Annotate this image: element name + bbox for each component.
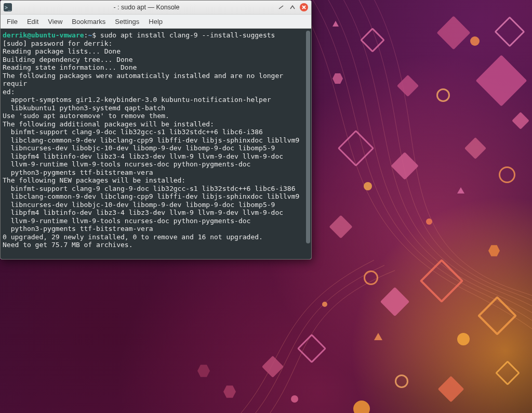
terminal-line: apport-symptoms gir1.2-keybinder-3.0 kub… (3, 96, 308, 104)
terminal-line: binfmt-support clang-9 clang-9-doc lib32… (3, 185, 308, 193)
close-button[interactable] (300, 3, 308, 11)
terminal-line: ed: (3, 88, 308, 96)
maximize-icon (289, 4, 296, 10)
terminal-line: python3-pygments ttf-bitstream-vera (3, 225, 308, 233)
terminal-line: libpfm4 libtinfo-dev libz3-4 libz3-dev l… (3, 152, 308, 161)
terminal-area[interactable]: derrik@ubuntu-vmware:~$ sudo apt install… (1, 29, 311, 259)
terminal-line: libpfm4 libtinfo-dev libz3-4 libz3-dev l… (3, 209, 308, 217)
terminal-line: The following packages were automaticall… (3, 72, 308, 88)
terminal-line: libncurses-dev libobjc-10-dev libomp-9-d… (3, 144, 308, 152)
terminal-line: llvm-9-runtime llvm-9-tools ncurses-doc … (3, 160, 308, 169)
scrollbar-thumb[interactable] (306, 31, 310, 243)
terminal-line: The following NEW packages will be insta… (3, 176, 308, 185)
minimize-icon (278, 4, 284, 10)
terminal-line: libkubuntu1 python3-systemd qapt-batch (3, 104, 308, 112)
terminal-line: The following additional packages will b… (3, 120, 308, 128)
terminal-line: Use 'sudo apt autoremove' to remove them… (3, 112, 308, 120)
titlebar[interactable]: >_ - : sudo apt — Konsole (1, 1, 311, 15)
prompt-line: derrik@ubuntu-vmware:~$ sudo apt install… (3, 31, 308, 40)
menu-view[interactable]: View (48, 18, 62, 25)
desktop-wallpaper: >_ - : sudo apt — Konsole File Edit View… (0, 0, 532, 413)
window-controls (277, 3, 308, 11)
terminal-line: Reading package lists... Done (3, 47, 308, 56)
close-icon (302, 5, 306, 9)
maximize-button[interactable] (288, 3, 297, 11)
terminal-output[interactable]: derrik@ubuntu-vmware:~$ sudo apt install… (1, 29, 311, 259)
menu-bookmarks[interactable]: Bookmarks (72, 18, 105, 25)
terminal-scrollbar[interactable] (306, 31, 310, 257)
terminal-line: Need to get 75.7 MB of archives. (3, 241, 308, 249)
terminal-line: libclang-common-9-dev libclang-cpp9 libf… (3, 136, 308, 145)
menu-help[interactable]: Help (149, 18, 163, 25)
terminal-line: libclang-common-9-dev libclang-cpp9 libf… (3, 192, 308, 201)
menubar: File Edit View Bookmarks Settings Help (1, 15, 311, 29)
terminal-line: libncurses-dev libobjc-10-dev libomp-9-d… (3, 201, 308, 209)
terminal-line: 0 upgraded, 29 newly installed, 0 to rem… (3, 233, 308, 241)
terminal-line: python3-pygments ttf-bitstream-vera (3, 169, 308, 177)
terminal-line: [sudo] password for derrik: (3, 40, 308, 48)
window-title: - : sudo apt — Konsole (16, 4, 277, 11)
terminal-line: binfmt-support clang-9-doc lib32gcc-s1 l… (3, 128, 308, 136)
terminal-line: llvm-9-runtime llvm-9-tools ncurses-doc … (3, 217, 308, 225)
konsole-app-icon: >_ (4, 3, 12, 11)
konsole-window: >_ - : sudo apt — Konsole File Edit View… (0, 0, 312, 260)
menu-settings[interactable]: Settings (115, 18, 139, 25)
terminal-line: Reading state information... Done (3, 63, 308, 72)
menu-edit[interactable]: Edit (27, 18, 38, 25)
terminal-line: Building dependency tree... Done (3, 56, 308, 64)
menu-file[interactable]: File (7, 18, 18, 25)
minimize-button[interactable] (277, 3, 285, 11)
